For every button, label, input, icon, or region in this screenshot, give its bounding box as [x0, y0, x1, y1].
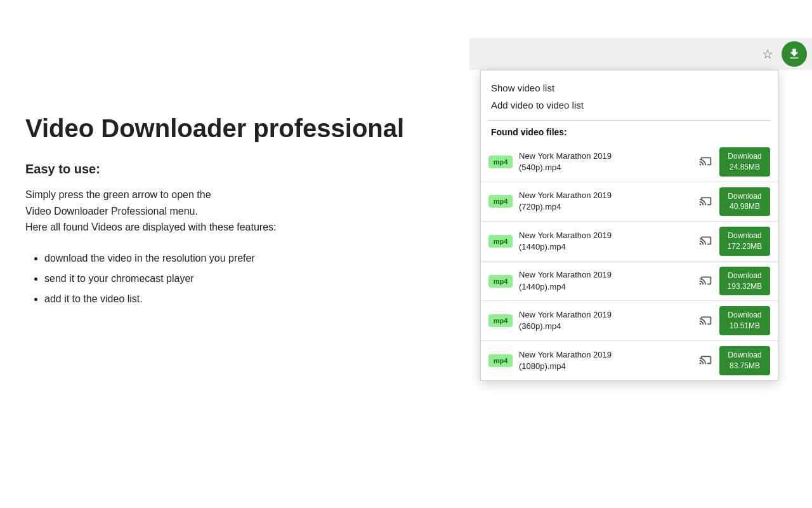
video-item: mp4 New York Marathon 2019(1080p).mp4 Do…: [481, 340, 778, 380]
chromecast-icon[interactable]: [699, 193, 713, 210]
show-video-list-link[interactable]: Show video list: [491, 79, 768, 97]
video-item: mp4 New York Marathon 2019(540p).mp4 Dow…: [481, 142, 778, 182]
chromecast-icon[interactable]: [699, 153, 713, 170]
desc-line2: Video Downloader Professional menu.: [25, 206, 198, 217]
video-filename: New York Marathon 2019(1440p).mp4: [519, 230, 693, 253]
star-icon: ☆: [762, 46, 773, 62]
download-button[interactable]: Download 83.75MB: [719, 346, 770, 375]
add-video-link[interactable]: Add video to video list: [491, 97, 768, 114]
video-filename: New York Marathon 2019(1080p).mp4: [519, 349, 693, 372]
feature-item: add it to the video list.: [44, 289, 469, 309]
chromecast-icon[interactable]: [699, 232, 713, 250]
main-content: Video Downloader professional Easy to us…: [25, 114, 469, 309]
mp4-badge: mp4: [488, 235, 513, 248]
download-arrow-icon: [787, 47, 801, 61]
download-button[interactable]: Download 193.32MB: [719, 267, 770, 296]
feature-item: download the video in the resolution you…: [44, 248, 469, 269]
video-list: mp4 New York Marathon 2019(540p).mp4 Dow…: [481, 142, 778, 380]
mp4-badge: mp4: [488, 275, 513, 288]
browser-bar: ☆: [469, 38, 812, 70]
download-button[interactable]: Download 40.98MB: [719, 187, 770, 217]
description: Simply press the green arrow to open the…: [25, 187, 469, 236]
chromecast-icon[interactable]: [699, 272, 713, 290]
video-item: mp4 New York Marathon 2019(360p).mp4 Dow…: [481, 300, 778, 340]
video-filename: New York Marathon 2019(360p).mp4: [519, 309, 693, 332]
video-item: mp4 New York Marathon 2019(1440p).mp4 Do…: [481, 221, 778, 261]
video-filename: New York Marathon 2019(1440p).mp4: [519, 269, 693, 292]
mp4-badge: mp4: [488, 314, 513, 327]
feature-list: download the video in the resolution you…: [25, 248, 469, 309]
feature-item: send it to your chromecast player: [44, 269, 469, 289]
download-button[interactable]: Download 24.85MB: [719, 147, 770, 177]
mp4-badge: mp4: [488, 195, 513, 208]
popup-panel: Show video list Add video to video list …: [480, 70, 778, 381]
page-title: Video Downloader professional: [25, 114, 469, 143]
bookmark-button[interactable]: ☆: [756, 43, 779, 65]
mp4-badge: mp4: [488, 354, 513, 367]
video-item: mp4 New York Marathon 2019(720p).mp4 Dow…: [481, 182, 778, 222]
chromecast-icon[interactable]: [699, 312, 713, 330]
extension-button[interactable]: [782, 41, 807, 67]
found-label: Found video files:: [481, 121, 778, 142]
download-button[interactable]: Download 172.23MB: [719, 227, 770, 256]
popup-top-links: Show video list Add video to video list: [481, 70, 778, 120]
download-button[interactable]: Download 10.51MB: [719, 306, 770, 335]
desc-line3: Here all found Videos are displayed with…: [25, 222, 277, 232]
desc-line1: Simply press the green arrow to open the: [25, 189, 211, 200]
mp4-badge: mp4: [488, 156, 513, 168]
easy-to-use-heading: Easy to use:: [25, 162, 469, 177]
video-item: mp4 New York Marathon 2019(1440p).mp4 Do…: [481, 261, 778, 301]
video-filename: New York Marathon 2019(540p).mp4: [519, 150, 693, 173]
video-filename: New York Marathon 2019(720p).mp4: [519, 190, 693, 213]
chromecast-icon[interactable]: [699, 352, 713, 369]
